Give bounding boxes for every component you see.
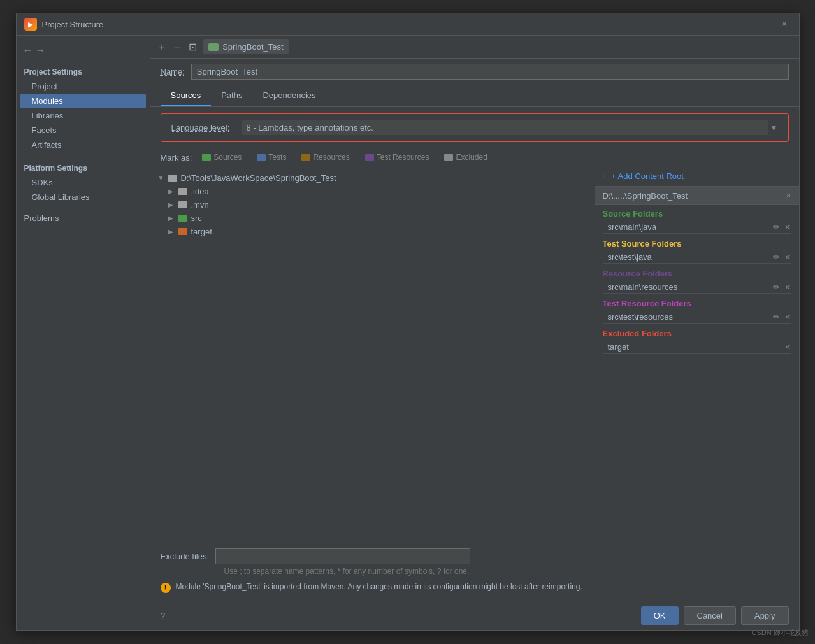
content-root-close-button[interactable]: × <box>786 190 791 201</box>
source-folder-edit-0[interactable]: ✏ <box>772 222 781 232</box>
resource-folders-section: Resource Folders src\main\resources ✏ × <box>595 265 799 295</box>
target-folder-icon <box>178 228 187 235</box>
tree-toggle-target: ▶ <box>168 228 176 235</box>
cancel-button[interactable]: Cancel <box>684 606 736 625</box>
title-left: ▶ Project Structure <box>24 18 104 31</box>
platform-settings-header: Platform Settings <box>17 161 150 175</box>
test-source-folder-entry-0: src\test\java ✏ × <box>603 251 791 264</box>
tree-label-src: src <box>191 213 202 223</box>
bottom-area: Exclude files: Use ; to separate name pa… <box>150 543 799 601</box>
file-tree: ▼ D:\Tools\JavaWorkSpace\SpringBoot_Test… <box>150 166 595 543</box>
source-folder-actions-0: ✏ × <box>772 222 791 232</box>
test-resource-folder-remove-0[interactable]: × <box>784 312 791 322</box>
copy-module-button[interactable]: ⊡ <box>186 39 199 54</box>
tab-dependencies[interactable]: Dependencies <box>252 85 326 106</box>
excluded-folder-path-0: target <box>608 342 784 352</box>
sidebar: ← → Project Settings Project Modules Lib… <box>17 36 150 630</box>
exclude-files-hint: Use ; to separate name patterns, * for a… <box>161 567 789 576</box>
tabs-bar: Sources Paths Dependencies <box>150 85 799 107</box>
module-toolbar: + − ⊡ SpringBoot_Test <box>150 36 799 59</box>
name-input[interactable] <box>191 64 789 80</box>
root-folder-icon <box>168 175 177 182</box>
ok-button[interactable]: OK <box>641 606 679 625</box>
test-source-folders-label: Test Source Folders <box>603 239 791 248</box>
excluded-folder-remove-0[interactable]: × <box>784 342 791 352</box>
sidebar-item-artifacts[interactable]: Artifacts <box>17 138 150 152</box>
tree-root-label: D:\Tools\JavaWorkSpace\SpringBoot_Test <box>181 173 336 183</box>
project-structure-dialog: ▶ Project Structure × ← → Project Settin… <box>16 13 800 631</box>
language-level-select-wrapper: 8 - Lambdas, type annotations etc. ▼ <box>242 120 778 135</box>
excluded-folder-actions-0: × <box>784 342 791 352</box>
help-button[interactable]: ? <box>161 611 166 621</box>
content-root-header: D:\.....\SpringBoot_Test × <box>595 187 799 205</box>
mvn-folder-icon <box>178 201 187 208</box>
mark-test-resources-button[interactable]: Test Resources <box>360 151 435 164</box>
forward-button[interactable]: → <box>36 45 46 56</box>
add-icon: + <box>603 171 608 181</box>
test-resource-folders-label: Test Resource Folders <box>603 299 791 308</box>
close-button[interactable]: × <box>777 17 791 31</box>
tree-label-mvn: .mvn <box>191 200 209 210</box>
sidebar-item-problems[interactable]: Problems <box>17 211 150 225</box>
apply-button[interactable]: Apply <box>741 606 789 625</box>
tree-item-target[interactable]: ▶ target <box>155 225 589 238</box>
test-source-folder-remove-0[interactable]: × <box>784 252 791 262</box>
test-resource-folder-actions-0: ✏ × <box>772 312 791 322</box>
mark-resources-button[interactable]: Resources <box>296 151 354 164</box>
tab-sources[interactable]: Sources <box>161 85 212 106</box>
resource-folder-entry-0: src\main\resources ✏ × <box>603 281 791 294</box>
sidebar-item-project[interactable]: Project <box>17 79 150 94</box>
excluded-folders-label: Excluded Folders <box>603 329 791 338</box>
dialog-titlebar: ▶ Project Structure × <box>17 13 799 36</box>
sidebar-item-sdks[interactable]: SDKs <box>17 175 150 190</box>
tests-icon <box>257 154 266 161</box>
tree-toggle-src: ▶ <box>168 215 176 222</box>
idea-folder-icon <box>178 188 187 195</box>
right-panel: + − ⊡ SpringBoot_Test Name: Sources P <box>150 36 799 630</box>
content-area: ▼ D:\Tools\JavaWorkSpace\SpringBoot_Test… <box>150 166 799 543</box>
mark-excluded-button[interactable]: Excluded <box>439 151 492 164</box>
tree-toggle-root: ▼ <box>158 175 166 182</box>
mark-sources-button[interactable]: Sources <box>197 151 247 164</box>
module-item[interactable]: SpringBoot_Test <box>203 39 288 54</box>
nav-arrows: ← → <box>17 42 150 61</box>
module-folder-icon <box>208 43 219 51</box>
add-content-root-label: + Add Content Root <box>611 171 684 181</box>
tree-toggle-idea: ▶ <box>168 188 176 195</box>
tree-item-idea[interactable]: ▶ .idea <box>155 185 589 198</box>
warning-icon: ! <box>161 583 171 593</box>
sidebar-item-global-libraries[interactable]: Global Libraries <box>17 190 150 204</box>
module-name: SpringBoot_Test <box>222 42 283 52</box>
add-content-root-button[interactable]: + + Add Content Root <box>595 166 799 187</box>
sidebar-item-libraries[interactable]: Libraries <box>17 108 150 123</box>
language-level-row: Language level: 8 - Lambdas, type annota… <box>161 113 789 142</box>
test-source-folder-edit-0[interactable]: ✏ <box>772 252 781 262</box>
sidebar-item-facets[interactable]: Facets <box>17 123 150 138</box>
tree-item-mvn[interactable]: ▶ .mvn <box>155 198 589 211</box>
exclude-files-input[interactable] <box>215 548 470 564</box>
add-module-button[interactable]: + <box>157 40 168 54</box>
name-label: Name: <box>161 67 185 76</box>
src-folder-icon <box>178 215 187 222</box>
excluded-folders-section: Excluded Folders target × <box>595 325 799 355</box>
tree-root[interactable]: ▼ D:\Tools\JavaWorkSpace\SpringBoot_Test <box>155 171 589 185</box>
test-resource-folder-edit-0[interactable]: ✏ <box>772 312 781 322</box>
name-row: Name: <box>150 59 799 85</box>
source-folders-section: Source Folders src\main\java ✏ × <box>595 205 799 235</box>
source-folder-remove-0[interactable]: × <box>784 222 791 232</box>
test-resource-folders-section: Test Resource Folders src\test\resources… <box>595 295 799 325</box>
language-level-select[interactable]: 8 - Lambdas, type annotations etc. <box>242 120 768 135</box>
resources-icon <box>301 154 310 161</box>
resource-folder-remove-0[interactable]: × <box>784 282 791 292</box>
tab-paths[interactable]: Paths <box>211 85 252 106</box>
warning-text: Module 'SpringBoot_Test' is imported fro… <box>176 582 582 591</box>
remove-module-button[interactable]: − <box>171 40 182 54</box>
mark-tests-button[interactable]: Tests <box>252 151 291 164</box>
resource-folder-edit-0[interactable]: ✏ <box>772 282 781 292</box>
resource-folders-label: Resource Folders <box>603 269 791 278</box>
test-source-folder-actions-0: ✏ × <box>772 252 791 262</box>
back-button[interactable]: ← <box>23 45 33 56</box>
sidebar-item-modules[interactable]: Modules <box>20 94 146 108</box>
tree-item-src[interactable]: ▶ src <box>155 211 589 225</box>
project-settings-header: Project Settings <box>17 65 150 79</box>
